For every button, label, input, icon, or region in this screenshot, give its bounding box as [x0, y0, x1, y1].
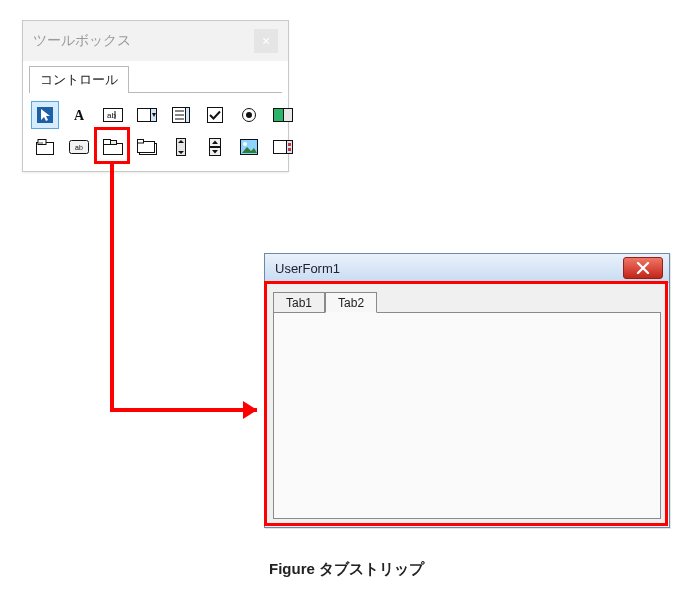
svg-rect-27 [138, 140, 144, 144]
pointer-icon[interactable] [31, 101, 59, 129]
tabstrip-page [273, 312, 661, 519]
svg-rect-34 [287, 141, 293, 154]
toolbox-icon-grid: A ab xy ab [29, 99, 282, 161]
svg-rect-11 [186, 108, 190, 123]
svg-rect-22 [104, 144, 123, 155]
svg-rect-23 [104, 140, 111, 145]
userform-body: Tab1 Tab2 [273, 290, 661, 519]
multipage-icon[interactable] [133, 133, 161, 161]
tabstrip-tab-1[interactable]: Tab1 [273, 292, 325, 313]
svg-rect-16 [274, 109, 284, 122]
userform-title-text: UserForm1 [275, 261, 340, 276]
toolbox-tab-controls[interactable]: コントロール [29, 66, 129, 93]
toolbox-titlebar: ツールボックス × [23, 21, 288, 61]
tabstrip-tab-2[interactable]: Tab2 [325, 292, 377, 313]
spinbutton-icon[interactable] [201, 133, 229, 161]
frame-icon[interactable]: xy [31, 133, 59, 161]
userform-titlebar[interactable]: UserForm1 [265, 254, 669, 283]
close-icon: × [262, 34, 270, 48]
svg-rect-36 [288, 148, 291, 151]
checkbox-icon[interactable] [201, 101, 229, 129]
svg-rect-35 [288, 143, 291, 146]
svg-text:A: A [74, 108, 85, 123]
svg-rect-24 [111, 141, 117, 145]
userform-window: UserForm1 Tab1 Tab2 [264, 253, 670, 528]
svg-point-14 [246, 112, 252, 118]
tabstrip-icon[interactable] [99, 133, 127, 161]
svg-text:xy: xy [39, 140, 43, 145]
optionbutton-icon[interactable] [235, 101, 263, 129]
commandbutton-icon[interactable]: ab [65, 133, 93, 161]
image-icon[interactable] [235, 133, 263, 161]
combobox-icon[interactable] [133, 101, 161, 129]
userform-close-button[interactable] [623, 257, 663, 279]
toolbox-body: コントロール A ab [23, 61, 288, 171]
tabstrip-tabs: Tab1 Tab2 [273, 290, 661, 312]
svg-rect-12 [208, 108, 223, 123]
toolbox-tabs: コントロール [29, 65, 282, 93]
tabstrip-control[interactable]: Tab1 Tab2 [273, 290, 661, 519]
refedit-icon[interactable] [269, 133, 297, 161]
svg-point-32 [243, 142, 247, 146]
figure-caption: Figure タブストリップ [0, 560, 693, 579]
listbox-icon[interactable] [167, 101, 195, 129]
textbox-icon[interactable]: ab [99, 101, 127, 129]
toolbox-close-button[interactable]: × [254, 29, 278, 53]
close-icon [636, 262, 650, 274]
label-icon[interactable]: A [65, 101, 93, 129]
scrollbar-icon[interactable] [167, 133, 195, 161]
toolbox-panel: ツールボックス × コントロール A ab [22, 20, 289, 172]
toolbox-title-text: ツールボックス [33, 32, 131, 50]
togglebutton-icon[interactable] [269, 101, 297, 129]
svg-text:ab: ab [75, 144, 83, 151]
